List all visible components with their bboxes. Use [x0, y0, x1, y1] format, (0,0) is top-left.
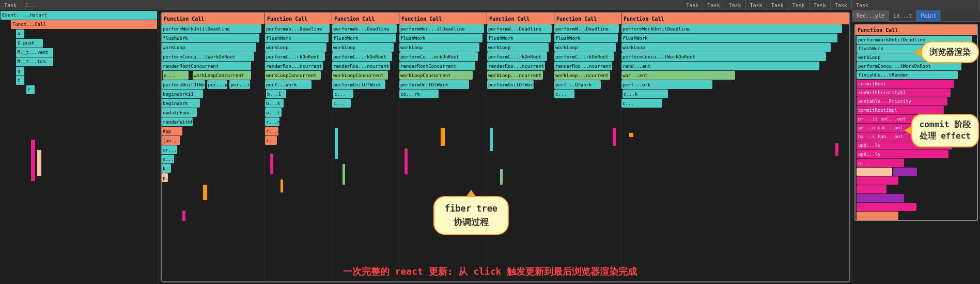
col1-row-14[interactable]: c...t v...y [162, 155, 174, 163]
col4-row-4[interactable]: renderRootConcurrent [399, 62, 475, 70]
col3-row-0[interactable]: performWo...Deadline [332, 24, 397, 33]
col1-row-16[interactable]: p... [162, 173, 168, 182]
col5-row-6[interactable]: performUnitOfWork [487, 80, 534, 89]
col4-row-5[interactable]: workLoopConcurrent [399, 71, 473, 80]
task-label-6: Task [746, 0, 767, 10]
col4-row-0[interactable]: performWor...ilDeadline [399, 24, 484, 33]
col3-row-7[interactable]: c... [333, 89, 353, 98]
fiber-tree-bubble: fiber tree 协调过程 [433, 196, 509, 235]
tab-recycle[interactable]: Rec...yle [852, 10, 889, 21]
right-row-14[interactable]: u... [855, 158, 977, 167]
col2-row-8[interactable]: b...k [265, 99, 284, 108]
g-block[interactable]: g [16, 67, 24, 76]
col6-row-5[interactable]: workLoop...ncurrent [554, 71, 610, 80]
a-block[interactable]: a [16, 29, 24, 38]
col1-row-9[interactable]: updateFunc...Component [162, 108, 197, 117]
event-block[interactable]: Event: ...hstart [1, 11, 157, 20]
col7-row-3[interactable]: performConcu...tWorkOnRoot [621, 52, 826, 61]
col7-row-8[interactable]: c... [621, 99, 662, 108]
col5-row-4[interactable]: renderRoo...ncurrent [487, 62, 545, 70]
right-row-6[interactable]: runWithPriority$1 [855, 88, 977, 97]
col2-row-3[interactable]: performC...rkOnRoot [265, 52, 325, 61]
col6-row-6[interactable]: perf...OfWork [554, 80, 601, 89]
col4-row-3[interactable]: performCo...orkOnRoot [399, 52, 478, 61]
col2-row-9[interactable]: u...t [265, 108, 282, 117]
col2-row-4[interactable]: renderRoo...ncurrent [265, 62, 323, 70]
col3-row-2[interactable]: workLoop [332, 43, 394, 52]
col6-row-3[interactable]: performC...rkOnRoot [554, 52, 614, 61]
tab-layout[interactable]: La...t [889, 10, 916, 21]
col1-row-5a[interactable]: o... [163, 71, 189, 80]
col7-row-1[interactable]: flushWork [621, 34, 837, 42]
col7-row-0[interactable]: performWorkUntilDeadline [621, 24, 842, 33]
tab-paint[interactable]: Paint [916, 10, 941, 21]
col2-row-0[interactable]: performWo...Deadline [265, 24, 330, 33]
col4-row-7[interactable]: co...rk [399, 89, 439, 98]
func-call-block[interactable]: Funct...Call [11, 20, 157, 29]
col1-row-4[interactable]: renderRootConcurrent [162, 62, 251, 70]
col1-row-11[interactable]: App [162, 127, 182, 136]
col1-row-12[interactable]: (an...us) cr...on (...) [162, 136, 180, 145]
flame-col-7: Function Call performWorkUntilDeadline f… [621, 13, 849, 281]
col3-row-4[interactable]: renderRoo...ncurrent [332, 62, 390, 70]
col1-row-13[interactable]: cr...on va...ys c... [162, 145, 177, 154]
right-row-4[interactable]: finishCo...tRender [855, 70, 977, 79]
col2-row-7[interactable]: b...1 [266, 89, 286, 98]
col3-row-6[interactable]: performUnitOfWork [332, 80, 385, 89]
col3-row-3[interactable]: performC...rkOnRoot [332, 52, 392, 61]
col6-row-2[interactable]: workLoop [554, 43, 616, 52]
col1-row-5b[interactable]: workLoopConcurrent [193, 71, 251, 80]
col5-row-5[interactable]: workLoop...ncurrent [487, 71, 543, 80]
col1-row-6b[interactable]: per...Work [207, 80, 228, 89]
col5-row-1[interactable]: flushWork [487, 34, 551, 42]
col6-row-0[interactable]: performW...Deadline [554, 24, 619, 33]
col1-row-2[interactable]: workLoop [162, 43, 256, 52]
right-row-7[interactable]: unstable...Priority [855, 97, 977, 106]
col1-row-0[interactable]: performWorkUntilDeadline [162, 24, 261, 33]
col3-row-5[interactable]: workLoopConcurrent [332, 71, 388, 80]
col1-row-1[interactable]: flushWork [162, 34, 259, 42]
col3-row-1[interactable]: flushWork [332, 34, 396, 42]
col2-row-1[interactable]: flushWork [265, 34, 329, 42]
col1-row-7[interactable]: beginWork$1 [162, 89, 203, 98]
col4-row-2[interactable]: workLoop [399, 43, 479, 52]
col7-row-6[interactable]: perf...ork [621, 80, 712, 89]
col7-row-4[interactable]: rend...ent [621, 62, 819, 70]
col7-row-5[interactable]: wor...ent [621, 71, 735, 80]
col2-row-5[interactable]: workLoopConcurrent [265, 71, 321, 80]
col5-row-2[interactable]: workLoop [487, 43, 549, 52]
col5-row-3[interactable]: performC...rkOnRoot [487, 52, 547, 61]
right-row-5[interactable]: commitRoot [855, 79, 977, 88]
col7-row-7[interactable]: c...k [623, 89, 668, 98]
col1-row-3[interactable]: performConcu...tWorkOnRoot [162, 52, 254, 61]
mt-vent-block[interactable]: M._t...vent [16, 48, 53, 57]
col3-row-8[interactable]: c... [332, 99, 351, 108]
col6-row-7[interactable]: c... [554, 89, 574, 98]
col2-row-12[interactable]: r...y [265, 136, 277, 145]
mt-tom-block[interactable]: M._t...tom [16, 57, 53, 66]
right-row-8[interactable]: commitRootImpl [855, 106, 977, 114]
col6-header: Function Call [554, 13, 621, 24]
task-label-8: Task [788, 0, 810, 10]
r-block[interactable]: r [26, 85, 35, 94]
col6-row-1[interactable]: flushWork [554, 34, 618, 42]
col2-row-2[interactable]: workLoop [265, 43, 326, 52]
right-tabs: Rec...yle La...t Paint [852, 10, 980, 22]
col1-row-10[interactable]: renderWithHooks [162, 117, 193, 126]
opush-block[interactable]: O.push [16, 39, 43, 48]
t-block[interactable]: t [16, 76, 24, 85]
col2-row-11[interactable]: r...s [265, 127, 278, 136]
col2-row-6[interactable]: perf...Work [265, 80, 312, 89]
commit-effect-bubble-container: commit 阶段 处理 effect [911, 114, 979, 147]
col2-row-10[interactable]: r...n [265, 117, 279, 126]
col5-row-0[interactable]: performW...Deadline [487, 24, 552, 33]
col1-row-6c[interactable]: per...rk [229, 80, 250, 89]
col1-row-6[interactable]: performUnitOfWork [162, 80, 205, 89]
col7-row-2[interactable]: workLoop [621, 43, 831, 52]
col1-row-15[interactable]: k...t e... [162, 164, 171, 173]
col6-row-4[interactable]: renderRoo...ncurrent [554, 62, 612, 70]
col1-row-8[interactable]: beginWork [162, 99, 200, 108]
right-row-13[interactable]: upd...ly [855, 150, 977, 158]
col4-row-1[interactable]: flushWork [399, 34, 483, 42]
col4-row-6[interactable]: performUnitOfWork [399, 80, 469, 89]
